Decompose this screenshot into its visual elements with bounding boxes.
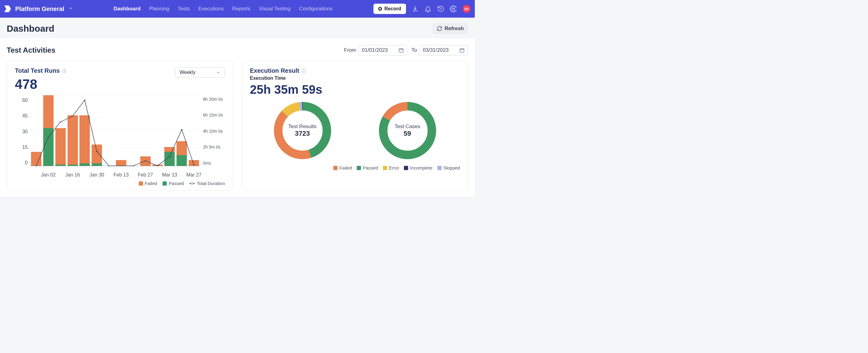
total-test-runs-value: 478 [15, 77, 66, 92]
info-icon[interactable]: i [302, 69, 306, 73]
execution-result-panel: Execution Result i Execution Time 25h 35… [242, 61, 468, 191]
date-range: From 01/01/2023 To 03/31/2023 [344, 45, 468, 55]
period-value: Weekly [180, 70, 195, 75]
legend-item-passed[interactable]: Passed [162, 181, 184, 186]
tab-reports[interactable]: Reports [232, 6, 250, 12]
svg-point-0 [453, 8, 455, 10]
to-date-input[interactable]: 03/31/2023 [420, 45, 468, 55]
chevron-down-icon [216, 70, 220, 74]
refresh-icon [437, 26, 442, 31]
svg-point-6 [71, 116, 74, 117]
brand[interactable]: Platform General [4, 5, 73, 12]
svg-point-11 [132, 165, 134, 166]
panels: Total Test Runs i 478 Weekly 604530150 [7, 61, 468, 191]
y-axis-right: 8h 20m 0s6h 15m 0s4h 10m 0s2h 5m 0s0ms [200, 96, 225, 171]
legend-item-skipped[interactable]: Skipped [437, 165, 460, 170]
donut1-label: Test Results [288, 124, 316, 130]
total-test-runs-title: Total Test Runs [15, 67, 60, 74]
tab-tests[interactable]: Tests [178, 6, 190, 12]
tab-dashboard[interactable]: Dashboard [114, 6, 141, 12]
svg-point-13 [156, 165, 159, 166]
refresh-button[interactable]: Refresh [432, 23, 468, 34]
svg-rect-1 [399, 49, 403, 52]
page-title: Dashboard [7, 24, 55, 34]
to-date-value: 03/31/2023 [423, 47, 448, 53]
tab-visual-testing[interactable]: Visual Testing [259, 6, 291, 12]
tab-executions[interactable]: Executions [198, 6, 224, 12]
history-icon[interactable] [437, 5, 444, 12]
tab-configurations[interactable]: Configurations [299, 6, 333, 12]
page-header: Dashboard Refresh [0, 18, 475, 38]
tab-planning[interactable]: Planning [149, 6, 169, 12]
donut-charts: Test Results 3723 Test Cases 59 [250, 100, 460, 161]
legend-item-failed[interactable]: Failed [333, 165, 352, 170]
svg-point-12 [144, 161, 147, 161]
donut2-label: Test Cases [395, 124, 420, 130]
workspace-title: Platform General [15, 5, 64, 12]
gear-icon[interactable] [450, 5, 457, 12]
calendar-icon [459, 47, 465, 53]
legend-item-incomplete[interactable]: Incomplete [404, 165, 432, 170]
svg-point-3 [35, 165, 37, 166]
period-select[interactable]: Weekly [175, 67, 225, 77]
legend-item-passed[interactable]: Passed [357, 165, 378, 170]
execution-time-value: 25h 35m 59s [250, 83, 460, 96]
bar-chart: 604530150 8h 20m 0s6h 15m 0s4h 10m 0s2h … [15, 96, 225, 178]
plot-area [30, 96, 200, 166]
from-date-value: 01/01/2023 [362, 47, 388, 53]
from-date-input[interactable]: 01/01/2023 [359, 45, 407, 55]
chevron-down-icon [68, 6, 73, 11]
donut2-value: 59 [404, 130, 411, 137]
record-button[interactable]: Record [373, 4, 406, 14]
svg-rect-2 [460, 49, 464, 52]
svg-point-9 [108, 165, 111, 166]
calendar-icon [398, 47, 404, 53]
donut-test-results: Test Results 3723 [272, 100, 333, 161]
legend-item-error[interactable]: Error [383, 165, 399, 170]
execution-time-label: Execution Time [250, 75, 460, 81]
brand-logo-icon [4, 5, 11, 12]
section-header: Test Activities From 01/01/2023 To 03/31… [7, 45, 468, 55]
section-title: Test Activities [7, 46, 55, 55]
y-axis-left: 604530150 [15, 96, 30, 171]
info-icon[interactable]: i [62, 69, 66, 73]
svg-point-15 [181, 129, 183, 130]
svg-point-8 [96, 151, 98, 152]
svg-point-7 [83, 100, 86, 100]
legend-item-duration[interactable]: Total Duration [189, 181, 225, 186]
duration-line [30, 96, 200, 166]
x-axis: Jan 02Jan 16Jan 30Feb 13Feb 27Mar 13Mar … [30, 171, 200, 178]
total-test-runs-panel: Total Test Runs i 478 Weekly 604530150 [7, 61, 233, 191]
download-icon[interactable] [411, 5, 419, 12]
execution-result-title: Execution Result [250, 67, 299, 74]
bar-chart-legend: Failed Passed Total Duration [15, 181, 225, 186]
to-label: To [411, 47, 417, 53]
from-label: From [344, 47, 356, 53]
refresh-label: Refresh [445, 26, 464, 32]
donut-test-cases: Test Cases 59 [377, 100, 438, 161]
donut-legend: Failed Passed Error Incomplete Skipped [250, 165, 460, 170]
svg-point-16 [193, 165, 195, 165]
svg-point-4 [47, 137, 50, 137]
avatar-button[interactable]: QA [463, 5, 470, 13]
content: Test Activities From 01/01/2023 To 03/31… [0, 38, 475, 197]
nav-right: Record QA [373, 4, 470, 14]
svg-point-14 [168, 156, 171, 157]
record-label: Record [384, 6, 401, 11]
nav-tabs: Dashboard Planning Tests Executions Repo… [114, 6, 373, 12]
record-icon [378, 7, 382, 11]
top-nav: Platform General Dashboard Planning Test… [0, 0, 475, 18]
svg-point-10 [120, 165, 122, 166]
donut1-value: 3723 [295, 130, 310, 137]
legend-item-failed[interactable]: Failed [139, 181, 157, 186]
svg-point-5 [59, 122, 62, 122]
bell-icon[interactable] [424, 5, 432, 12]
